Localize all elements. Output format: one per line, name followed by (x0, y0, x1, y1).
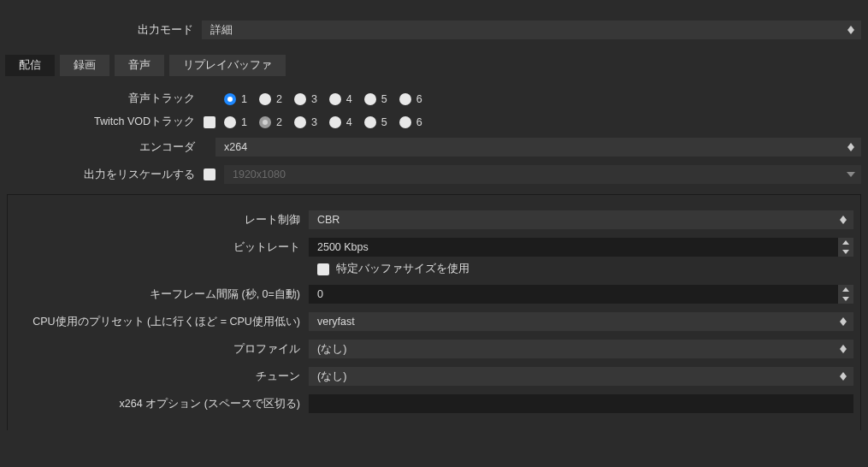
encoder-settings-panel: レート制御 CBR ビットレート 2500 Kbps 特定バッファサイズを使用 … (7, 194, 861, 430)
keyframe-step-down[interactable] (838, 294, 853, 304)
twitch-vod-3[interactable]: 3 (294, 116, 317, 128)
updown-icon (836, 340, 850, 358)
tune-label: チューン (15, 369, 309, 384)
audio-track-6[interactable]: 6 (399, 93, 422, 105)
radio-icon (259, 116, 271, 128)
keyframe-step-up[interactable] (838, 285, 853, 294)
rescale-checkbox[interactable] (204, 168, 216, 180)
output-mode-value: 詳細 (210, 23, 233, 38)
buffer-size-checkbox[interactable] (317, 263, 329, 275)
output-tabs: 配信 録画 音声 リプレイバッファ (0, 55, 868, 76)
radio-icon (224, 93, 236, 105)
twitch-vod-5[interactable]: 5 (364, 116, 387, 128)
bitrate-value: 2500 Kbps (309, 241, 838, 253)
twitch-vod-6[interactable]: 6 (399, 116, 422, 128)
radio-icon (399, 93, 411, 105)
output-mode-select[interactable]: 詳細 (202, 21, 861, 39)
bitrate-step-down[interactable] (838, 247, 853, 257)
radio-icon (364, 116, 376, 128)
radio-icon (329, 93, 341, 105)
tab-record[interactable]: 録画 (60, 55, 109, 76)
profile-select[interactable]: (なし) (309, 340, 853, 358)
buffer-size-label: 特定バッファサイズを使用 (336, 262, 469, 276)
rate-control-select[interactable]: CBR (309, 210, 853, 229)
twitch-vod-2[interactable]: 2 (259, 116, 282, 128)
tab-audio[interactable]: 音声 (115, 55, 164, 76)
output-mode-label: 出力モード (5, 23, 202, 38)
rate-control-value: CBR (317, 214, 340, 226)
keyframe-input[interactable]: 0 (309, 285, 853, 304)
twitch-vod-checkbox[interactable] (204, 116, 216, 128)
x264opts-input[interactable] (309, 394, 853, 413)
bitrate-input[interactable]: 2500 Kbps (309, 238, 853, 257)
updown-icon (836, 312, 850, 331)
updown-icon (836, 210, 850, 229)
twitch-vod-group: 1 2 3 4 5 6 (224, 116, 422, 128)
tab-stream[interactable]: 配信 (5, 55, 55, 76)
tune-value: (なし) (317, 369, 346, 384)
twitch-vod-1[interactable]: 1 (224, 116, 247, 128)
tab-replay[interactable]: リプレイバッファ (169, 55, 286, 76)
rescale-select[interactable]: 1920x1080 (224, 165, 861, 184)
radio-icon (294, 116, 306, 128)
updown-icon (836, 367, 850, 386)
keyframe-label: キーフレーム間隔 (秒, 0=自動) (15, 287, 309, 302)
audio-track-3[interactable]: 3 (294, 93, 317, 105)
rescale-value: 1920x1080 (233, 168, 286, 180)
keyframe-value: 0 (309, 288, 838, 300)
x264opts-label: x264 オプション (スペースで区切る) (15, 397, 309, 411)
encoder-value: x264 (224, 141, 247, 153)
audio-track-5[interactable]: 5 (364, 93, 387, 105)
updown-icon (844, 138, 858, 157)
rescale-label: 出力をリスケールする (7, 168, 204, 182)
encoder-label: エンコーダ (7, 140, 204, 155)
bitrate-step-up[interactable] (838, 238, 853, 247)
twitch-vod-4[interactable]: 4 (329, 116, 352, 128)
tune-select[interactable]: (なし) (309, 367, 853, 386)
rate-control-label: レート制御 (15, 213, 309, 228)
cpu-preset-value: veryfast (317, 316, 355, 328)
audio-track-label: 音声トラック (7, 92, 204, 106)
bitrate-label: ビットレート (15, 240, 309, 255)
audio-track-group: 1 2 3 4 5 6 (224, 93, 422, 105)
updown-icon (844, 21, 858, 39)
encoder-select[interactable]: x264 (216, 138, 861, 157)
radio-icon (224, 116, 236, 128)
radio-icon (294, 93, 306, 105)
cpu-preset-select[interactable]: veryfast (309, 312, 853, 331)
radio-icon (259, 93, 271, 105)
cpu-preset-label: CPU使用のプリセット (上に行くほど = CPU使用低い) (15, 315, 309, 329)
audio-track-2[interactable]: 2 (259, 93, 282, 105)
profile-label: プロファイル (15, 342, 309, 357)
audio-track-4[interactable]: 4 (329, 93, 352, 105)
radio-icon (399, 116, 411, 128)
chevron-down-icon (844, 165, 858, 184)
twitch-vod-label: Twitch VODトラック (7, 115, 204, 129)
profile-value: (なし) (317, 342, 346, 357)
audio-track-1[interactable]: 1 (224, 93, 247, 105)
radio-icon (329, 116, 341, 128)
radio-icon (364, 93, 376, 105)
